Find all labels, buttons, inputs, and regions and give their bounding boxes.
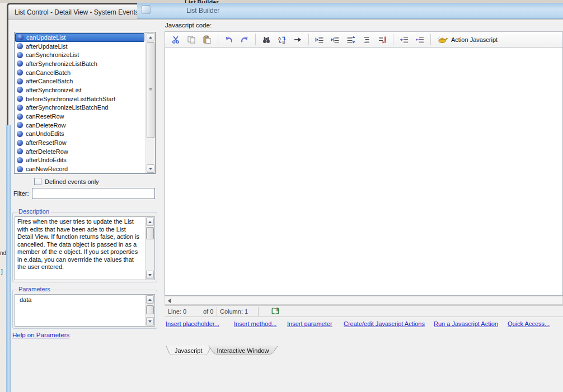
event-sphere-icon	[17, 96, 23, 102]
indent-block-button[interactable]	[312, 33, 327, 46]
scroll-down-button[interactable]	[147, 164, 154, 173]
list-item[interactable]: afterResetRow	[15, 138, 146, 147]
tab-javascript[interactable]: Javascript	[166, 346, 212, 357]
parameters-legend: Parameters	[17, 286, 52, 292]
description-text: Fires when the user tries to update the …	[15, 217, 145, 280]
goto-line-end-button[interactable]	[375, 33, 390, 46]
scroll-down-button[interactable]	[146, 271, 154, 279]
list-item[interactable]: afterSynchronizeList	[15, 86, 146, 95]
event-sphere-icon	[17, 43, 23, 49]
status-separator	[217, 307, 217, 316]
list-item[interactable]: afterSynchronizeListBatchEnd	[15, 103, 146, 112]
defined-events-only-row[interactable]: Defined events only	[34, 178, 99, 185]
list-item[interactable]: canDeleteRow	[15, 121, 146, 130]
toolbar-separator	[393, 34, 393, 45]
event-label: canCancelBatch	[26, 69, 71, 76]
list-item[interactable]: afterUpdateList	[15, 42, 146, 51]
parameters-groupbox: Parameters data	[12, 290, 157, 329]
list-item[interactable]: canSynchronizeList	[15, 50, 146, 59]
comment-icon	[400, 35, 409, 44]
scrollbar-thumb[interactable]	[147, 42, 154, 138]
events-scrollbar[interactable]	[146, 32, 155, 173]
indent-line-button[interactable]	[359, 33, 374, 46]
parameters-scrollbar[interactable]	[145, 295, 154, 326]
help-book-icon[interactable]	[271, 307, 280, 316]
triangle-up-icon	[148, 299, 152, 301]
javascript-code-label: Javascript code:	[165, 22, 212, 29]
redo-button[interactable]	[237, 33, 252, 46]
quick-access-link[interactable]: Quick Access...	[508, 320, 550, 327]
background-window-titlebar[interactable]: List Builder	[137, 3, 563, 19]
uncomment-button[interactable]	[412, 33, 427, 46]
list-item[interactable]: canUpdateList	[15, 33, 144, 42]
scrollbar-thumb[interactable]	[146, 227, 154, 239]
event-label: canDeleteRow	[26, 122, 66, 129]
event-sphere-icon	[17, 69, 23, 75]
cut-button[interactable]	[168, 33, 183, 46]
goto-button[interactable]	[290, 33, 305, 46]
indent-line-icon	[362, 35, 371, 44]
code-editor[interactable]	[165, 48, 563, 296]
scroll-up-button[interactable]	[147, 33, 154, 41]
parameters-list[interactable]: data	[15, 295, 145, 326]
list-item[interactable]: canResetRow	[15, 112, 146, 121]
outdent-icon	[331, 35, 340, 44]
list-item[interactable]: afterSynchronizeListBatch	[15, 59, 146, 68]
list-item[interactable]: afterUndoEdits	[15, 156, 146, 165]
scroll-down-button[interactable]	[146, 317, 154, 325]
event-label: afterSynchronizeListBatch	[26, 60, 97, 67]
list-item[interactable]: beforeSynchronizeListBatchStart	[15, 95, 146, 103]
tab-interactive-window[interactable]: Interactive Window	[208, 346, 278, 357]
paste-button[interactable]	[200, 33, 214, 46]
event-sphere-icon	[17, 140, 23, 146]
parameter-item[interactable]: data	[17, 296, 143, 304]
background-window-glass-edge	[6, 125, 11, 392]
insert-parameter-link[interactable]: Insert parameter	[287, 320, 332, 327]
svg-text:A: A	[278, 36, 281, 41]
insert-method-link[interactable]: Insert method...	[234, 320, 276, 327]
action-javascript-button[interactable]: Action Javascript	[434, 33, 501, 46]
event-label: beforeSynchronizeListBatchStart	[26, 96, 115, 102]
list-item[interactable]: afterCancelBatch	[15, 77, 146, 86]
description-scrollbar[interactable]	[145, 217, 154, 280]
insert-placeholder-link[interactable]: Insert placeholder...	[166, 320, 219, 327]
comment-button[interactable]	[397, 33, 411, 46]
scroll-up-button[interactable]	[146, 218, 154, 226]
copy-button[interactable]	[184, 33, 199, 46]
event-sphere-icon	[17, 52, 23, 58]
event-label: canUndoEdits	[26, 130, 64, 137]
toolbar-separator	[430, 34, 431, 45]
scrollbar-thumb[interactable]	[146, 305, 154, 314]
create-edit-javascript-actions-link[interactable]: Create/edit Javascript Actions	[344, 320, 425, 327]
outdent-block-button[interactable]	[328, 33, 343, 46]
toolbar-separator	[218, 34, 218, 45]
defined-events-only-label: Defined events only	[45, 178, 99, 185]
editor-toolbar: AB Action Javascript	[165, 31, 563, 48]
parameters-box: data	[15, 294, 155, 327]
undo-button[interactable]	[222, 33, 236, 46]
line-end-marker-icon	[378, 35, 387, 44]
tab-label: Interactive Window	[208, 346, 278, 354]
scroll-left-arrow-icon	[168, 299, 171, 303]
event-sphere-icon	[17, 148, 23, 154]
filter-input[interactable]	[32, 188, 155, 199]
defined-events-only-checkbox[interactable]	[34, 178, 41, 185]
event-sphere-icon	[17, 78, 23, 84]
events-listbox[interactable]: canUpdateList afterUpdateList canSynchro…	[14, 32, 156, 174]
replace-button[interactable]: AB	[275, 33, 289, 46]
status-column: Column: 1	[220, 308, 248, 315]
help-on-parameters-link[interactable]: Help on Parameters	[12, 332, 69, 338]
copy-icon	[187, 35, 196, 44]
list-item[interactable]: canCancelBatch	[15, 68, 146, 77]
scroll-up-button[interactable]	[146, 295, 154, 304]
find-button[interactable]	[259, 33, 274, 46]
list-item[interactable]: canNewRecord	[15, 164, 146, 173]
run-javascript-action-link[interactable]: Run a Javascript Action	[434, 320, 498, 327]
list-item[interactable]: afterDeleteRow	[15, 147, 146, 156]
reformat-button[interactable]	[344, 33, 358, 46]
event-label: canSynchronizeList	[26, 51, 79, 58]
genie-lamp-icon	[438, 35, 448, 44]
list-item[interactable]: canUndoEdits	[15, 130, 146, 139]
editor-links-row: Insert placeholder... Insert method... I…	[165, 320, 563, 329]
editor-horizontal-scrollbar[interactable]	[165, 296, 563, 305]
